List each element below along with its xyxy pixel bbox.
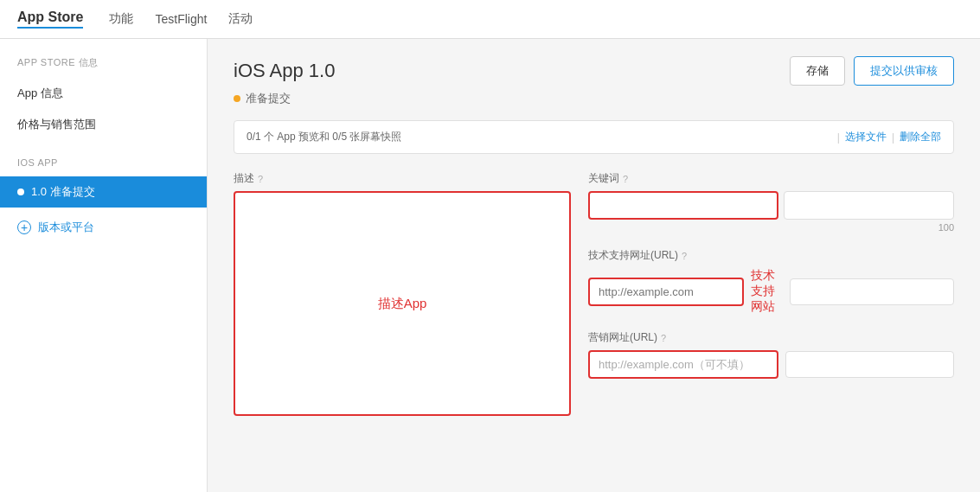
description-label-text: 描述 bbox=[234, 171, 254, 186]
status-row: 准备提交 bbox=[234, 91, 954, 106]
keywords-field-group: 关键词 ? 100 bbox=[588, 171, 954, 233]
marketing-url-row bbox=[588, 350, 954, 379]
sidebar-item-version-label: 1.0 准备提交 bbox=[31, 184, 95, 200]
sidebar-ios-section: iOS APP 1.0 准备提交 bbox=[0, 157, 207, 208]
status-text: 准备提交 bbox=[246, 91, 291, 106]
nav-item-features[interactable]: 功能 bbox=[109, 0, 133, 39]
keywords-input-2[interactable] bbox=[784, 191, 954, 220]
sidebar-add-version[interactable]: + 版本或平台 bbox=[0, 212, 207, 243]
sidebar-item-pricing[interactable]: 价格与销售范围 bbox=[0, 109, 207, 140]
marketing-input[interactable] bbox=[588, 350, 778, 379]
status-dot bbox=[234, 95, 240, 102]
tech-support-label-text: 技术支持网址(URL) bbox=[588, 248, 678, 263]
tech-support-annotation: 技术支持网站 bbox=[751, 268, 783, 315]
right-column: 关键词 ? 100 技术支持网址(URL) ? bbox=[588, 171, 954, 416]
sidebar-add-label: 版本或平台 bbox=[38, 220, 94, 235]
keywords-label-text: 关键词 bbox=[588, 171, 619, 186]
tech-support-input-2[interactable] bbox=[790, 278, 954, 305]
sidebar-item-appinfo-label: App 信息 bbox=[17, 86, 63, 101]
sidebar-item-version[interactable]: 1.0 准备提交 bbox=[0, 176, 207, 208]
keywords-input-1[interactable] bbox=[588, 191, 778, 220]
description-column: 描述 ? 描述App bbox=[234, 171, 571, 416]
marketing-label: 营销网址(URL) ? bbox=[588, 330, 954, 345]
two-column-layout: 描述 ? 描述App 关键词 ? bbox=[234, 171, 954, 416]
sidebar-section-ios-title: iOS APP bbox=[0, 157, 207, 176]
media-info: 0/1 个 App 预览和 0/5 张屏幕快照 bbox=[247, 130, 832, 144]
tech-support-input[interactable] bbox=[588, 278, 744, 306]
sidebar: APP STORE 信息 App 信息 价格与销售范围 iOS APP 1.0 … bbox=[0, 39, 208, 492]
nav-item-testflight[interactable]: TestFlight bbox=[155, 0, 207, 38]
tech-support-hint: ? bbox=[682, 251, 687, 261]
keywords-label: 关键词 ? bbox=[588, 171, 954, 186]
sidebar-status-dot bbox=[17, 188, 24, 195]
header-buttons: 存储 提交以供审核 bbox=[790, 56, 954, 86]
marketing-label-text: 营销网址(URL) bbox=[588, 330, 657, 345]
nav-item-activities[interactable]: 活动 bbox=[228, 0, 253, 39]
description-wrapper: 描述App bbox=[234, 191, 571, 416]
description-placeholder: 描述App bbox=[378, 193, 427, 414]
tech-support-label: 技术支持网址(URL) ? bbox=[588, 248, 954, 263]
marketing-hint: ? bbox=[661, 333, 666, 343]
media-separator-2: | bbox=[892, 131, 894, 144]
sidebar-section-appstore: APP STORE 信息 bbox=[0, 56, 207, 78]
media-bar: 0/1 个 App 预览和 0/5 张屏幕快照 | 选择文件 | 删除全部 bbox=[234, 120, 954, 154]
keywords-hint: ? bbox=[623, 174, 628, 184]
delete-all-link[interactable]: 删除全部 bbox=[900, 130, 941, 144]
keywords-char-count: 100 bbox=[588, 222, 954, 233]
choose-file-link[interactable]: 选择文件 bbox=[845, 130, 887, 144]
submit-button[interactable]: 提交以供审核 bbox=[854, 56, 954, 86]
description-field-label: 描述 ? bbox=[234, 171, 571, 186]
sidebar-item-appinfo[interactable]: App 信息 bbox=[0, 78, 207, 109]
marketing-input-2[interactable] bbox=[785, 351, 954, 378]
top-navigation: App Store 功能 TestFlight 活动 bbox=[0, 0, 980, 39]
sidebar-item-pricing-label: 价格与销售范围 bbox=[17, 117, 96, 132]
add-icon: + bbox=[17, 220, 31, 234]
tech-support-url-row: 技术支持网站 bbox=[588, 268, 954, 315]
media-bar-content: 0/1 个 App 预览和 0/5 张屏幕快照 | 选择文件 | 删除全部 bbox=[247, 130, 941, 144]
save-button[interactable]: 存储 bbox=[790, 56, 845, 86]
description-hint: ? bbox=[258, 174, 263, 184]
marketing-field-group: 营销网址(URL) ? bbox=[588, 330, 954, 379]
keywords-row bbox=[588, 191, 954, 220]
tech-support-field-group: 技术支持网址(URL) ? 技术支持网站 bbox=[588, 248, 954, 315]
app-store-logo: App Store bbox=[17, 10, 83, 29]
page-header: iOS App 1.0 存储 提交以供审核 bbox=[234, 56, 954, 86]
page-title: iOS App 1.0 bbox=[234, 60, 335, 82]
media-separator-1: | bbox=[837, 131, 840, 144]
main-content: iOS App 1.0 存储 提交以供审核 准备提交 0/1 个 App 预览和… bbox=[208, 39, 980, 492]
main-layout: APP STORE 信息 App 信息 价格与销售范围 iOS APP 1.0 … bbox=[0, 39, 980, 492]
